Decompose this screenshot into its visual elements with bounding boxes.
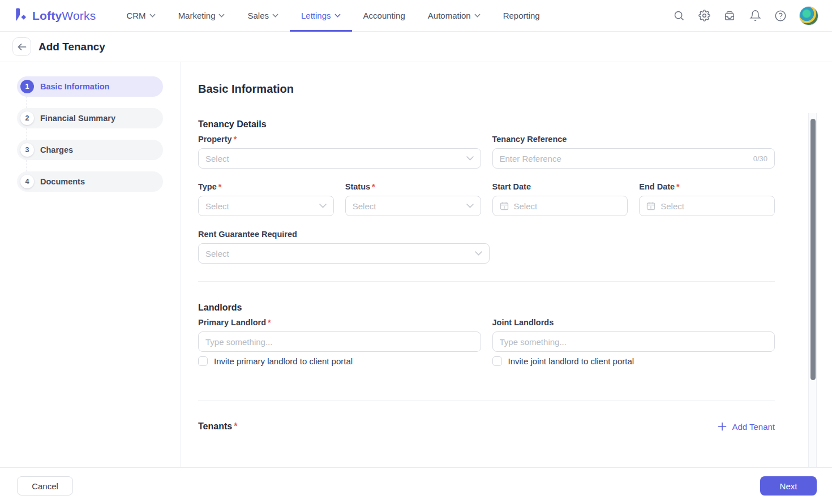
step-connector (27, 160, 27, 171)
nav-item-reporting[interactable]: Reporting (492, 0, 551, 32)
required-asterisk: * (372, 182, 375, 191)
step-number: 2 (20, 111, 34, 125)
end-date-picker[interactable]: Select (639, 196, 775, 216)
character-counter: 0/30 (753, 154, 767, 163)
notifications-bell-icon[interactable] (748, 9, 762, 23)
step-number: 4 (20, 175, 34, 188)
navbar-icon-group (672, 6, 823, 25)
back-button[interactable] (12, 37, 31, 56)
calendar-icon (646, 201, 655, 210)
required-asterisk: * (268, 318, 271, 327)
settings-gear-icon[interactable] (697, 9, 711, 23)
step-charges[interactable]: 3 Charges (17, 140, 163, 160)
nav-item-crm[interactable]: CRM (115, 0, 166, 32)
rent-guarantee-select[interactable]: Select (198, 243, 490, 264)
main-panel: Basic Information Tenancy Details Proper… (181, 62, 832, 467)
chevron-down-icon (218, 14, 225, 18)
required-asterisk: * (218, 182, 222, 191)
tenancy-reference-label: Tenancy Reference (492, 135, 775, 144)
nav-item-automation[interactable]: Automation (417, 0, 492, 32)
chevron-down-icon (474, 14, 481, 18)
invite-primary-landlord-row: Invite primary landlord to client portal (198, 356, 481, 366)
status-label: Status* (345, 182, 481, 191)
page-header: Add Tenancy (0, 32, 832, 62)
form-title: Basic Information (198, 83, 775, 96)
loftyworks-logo-icon (12, 7, 28, 24)
property-label: Property* (198, 135, 481, 144)
invite-primary-landlord-label: Invite primary landlord to client portal (214, 356, 353, 366)
chevron-down-icon (149, 14, 156, 18)
chevron-down-icon (334, 14, 341, 18)
primary-landlord-label: Primary Landlord* (198, 318, 481, 327)
calendar-icon (500, 201, 509, 210)
step-documents[interactable]: 4 Documents (17, 171, 163, 192)
step-connector (27, 97, 27, 108)
step-label: Charges (40, 145, 73, 154)
nav-item-marketing[interactable]: Marketing (167, 0, 237, 32)
chevron-down-icon (475, 251, 482, 256)
chevron-down-icon (466, 156, 474, 161)
invite-primary-landlord-checkbox[interactable] (198, 356, 208, 366)
add-tenant-button[interactable]: Add Tenant (718, 422, 775, 432)
scrollbar-track[interactable] (808, 113, 817, 467)
step-basic-information[interactable]: 1 Basic Information (17, 76, 163, 97)
joint-landlords-input[interactable] (500, 332, 768, 351)
required-asterisk: * (234, 421, 237, 431)
tenants-title: Tenants* (198, 421, 237, 432)
required-asterisk: * (676, 182, 680, 191)
step-label: Financial Summary (40, 114, 115, 123)
top-navbar: LoftyWorks CRM Marketing Sales Lettings … (0, 0, 832, 32)
inbox-tray-icon[interactable] (723, 9, 736, 23)
scrollbar-thumb[interactable] (810, 119, 816, 380)
step-label: Documents (40, 177, 85, 186)
invite-joint-landlord-row: Invite joint landlord to client portal (492, 356, 775, 366)
section-divider (198, 281, 775, 282)
stepper-sidebar: 1 Basic Information 2 Financial Summary … (0, 62, 181, 467)
invite-joint-landlord-label: Invite joint landlord to client portal (508, 356, 634, 366)
next-button[interactable]: Next (760, 476, 817, 496)
primary-landlord-field (198, 331, 481, 352)
nav-item-lettings[interactable]: Lettings (290, 0, 352, 32)
main-nav: CRM Marketing Sales Lettings Accounting … (115, 0, 551, 32)
invite-joint-landlord-checkbox[interactable] (492, 356, 502, 366)
cancel-button[interactable]: Cancel (17, 476, 73, 496)
status-select[interactable]: Select (345, 196, 481, 216)
chevron-down-icon (466, 204, 474, 208)
tenancy-details-title: Tenancy Details (198, 119, 775, 130)
step-number: 1 (20, 80, 34, 93)
end-date-label: End Date* (639, 182, 775, 191)
property-select[interactable]: Select (198, 148, 481, 169)
loftyworks-logo-text: LoftyWorks (32, 9, 96, 23)
nav-item-accounting[interactable]: Accounting (352, 0, 417, 32)
nav-item-sales[interactable]: Sales (236, 0, 290, 32)
section-divider (198, 400, 775, 400)
joint-landlords-label: Joint Landlords (492, 318, 775, 327)
step-connector (27, 128, 27, 140)
start-date-label: Start Date (492, 182, 628, 191)
tenancy-reference-field: 0/30 (492, 148, 775, 169)
landlords-title: Landlords (198, 303, 775, 313)
rent-guarantee-label: Rent Guarantee Required (198, 230, 490, 239)
loftyworks-logo[interactable]: LoftyWorks (12, 7, 96, 24)
tenancy-reference-input[interactable] (500, 149, 749, 168)
step-number: 3 (20, 143, 34, 157)
primary-landlord-input[interactable] (205, 332, 474, 351)
help-icon[interactable] (774, 9, 787, 23)
arrow-left-icon (18, 43, 27, 51)
form-footer: Cancel Next (0, 467, 832, 504)
chevron-down-icon (319, 204, 327, 208)
start-date-picker[interactable]: Select (492, 196, 628, 216)
step-label: Basic Information (40, 82, 109, 91)
search-icon[interactable] (672, 9, 685, 23)
type-label: Type* (198, 182, 334, 191)
user-avatar[interactable] (799, 6, 818, 25)
chevron-down-icon (272, 14, 278, 18)
page-title: Add Tenancy (38, 41, 105, 53)
step-financial-summary[interactable]: 2 Financial Summary (17, 108, 163, 128)
joint-landlords-field (492, 331, 775, 352)
plus-icon (718, 422, 727, 431)
required-asterisk: * (234, 135, 237, 144)
type-select[interactable]: Select (198, 196, 334, 216)
